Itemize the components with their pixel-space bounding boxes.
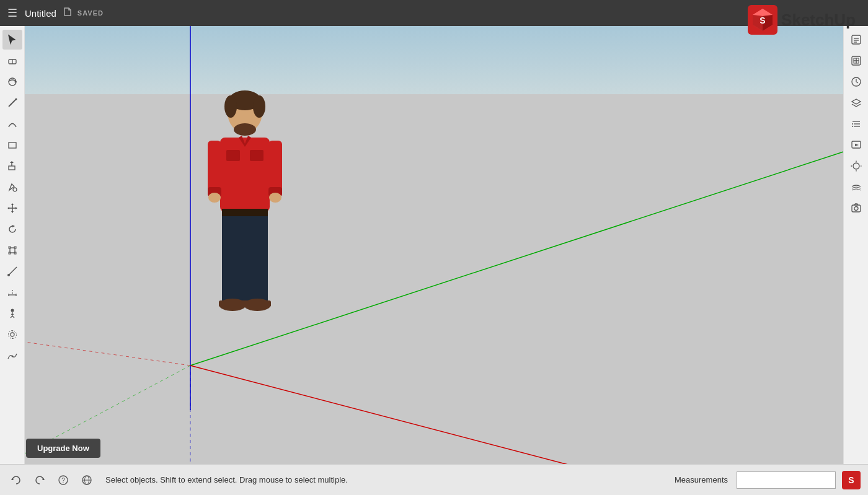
svg-rect-77 — [854, 61, 856, 63]
svg-text:?: ? — [61, 477, 65, 484]
svg-point-57 — [7, 274, 10, 276]
tool-tape[interactable] — [2, 261, 22, 281]
svg-rect-28 — [247, 246, 268, 302]
svg-point-69 — [11, 356, 13, 357]
tool-fog[interactable] — [846, 177, 866, 197]
tool-rectangle[interactable] — [2, 135, 22, 155]
svg-line-59 — [13, 269, 14, 271]
svg-rect-19 — [226, 150, 240, 161]
human-figure — [205, 85, 285, 333]
svg-marker-44 — [10, 161, 14, 163]
tool-styles[interactable] — [846, 72, 866, 92]
svg-rect-22 — [268, 141, 282, 193]
sketchup-status-badge: S — [842, 471, 861, 489]
svg-point-65 — [11, 333, 14, 336]
svg-text:S: S — [760, 15, 765, 25]
tool-arc[interactable] — [2, 114, 22, 134]
svg-point-40 — [15, 99, 17, 100]
tool-move[interactable] — [2, 198, 22, 218]
svg-rect-26 — [222, 209, 268, 216]
svg-point-14 — [224, 95, 237, 118]
svg-point-15 — [253, 95, 265, 118]
document-title: Untitled — [25, 8, 56, 19]
svg-rect-70 — [852, 35, 861, 44]
tool-line[interactable] — [2, 93, 22, 113]
svg-point-38 — [14, 81, 16, 83]
svg-point-34 — [269, 193, 281, 203]
geo-location-button[interactable] — [78, 471, 95, 489]
svg-rect-92 — [852, 205, 861, 212]
svg-rect-41 — [9, 142, 16, 148]
svg-point-64 — [11, 309, 14, 312]
tool-rotate[interactable] — [2, 219, 22, 239]
sketchup-logo: S SketchUp — [748, 5, 856, 35]
tool-orbit[interactable] — [2, 72, 22, 92]
svg-point-84 — [852, 126, 853, 127]
svg-marker-48 — [7, 207, 9, 209]
svg-point-83 — [852, 123, 853, 125]
help-button[interactable]: ? — [55, 471, 72, 489]
svg-point-93 — [854, 207, 858, 211]
svg-marker-86 — [855, 144, 859, 146]
svg-rect-32 — [244, 300, 271, 307]
logo-icon: S — [748, 5, 777, 35]
tool-select[interactable] — [2, 30, 22, 50]
tool-eraser[interactable] — [2, 51, 22, 71]
right-toolbar — [843, 26, 868, 464]
measurements-input[interactable] — [737, 471, 836, 489]
svg-point-45 — [13, 188, 17, 191]
menu-icon[interactable]: ☰ — [7, 6, 17, 20]
tool-shadows[interactable] — [846, 156, 866, 176]
svg-rect-75 — [854, 58, 856, 61]
svg-rect-20 — [250, 150, 264, 161]
svg-marker-46 — [11, 203, 14, 205]
svg-line-9 — [25, 342, 190, 366]
measurements-label: Measurements — [675, 475, 728, 484]
axis-lines — [25, 26, 868, 464]
status-message: Select objects. Shift to extend select. … — [105, 475, 668, 484]
svg-marker-47 — [11, 211, 14, 213]
svg-marker-50 — [12, 225, 15, 227]
tool-walk[interactable] — [2, 304, 22, 323]
tool-layers[interactable] — [846, 93, 866, 113]
undo-button[interactable] — [7, 471, 25, 489]
svg-rect-78 — [856, 61, 859, 63]
svg-rect-27 — [222, 246, 243, 302]
svg-rect-42 — [9, 166, 15, 170]
svg-rect-21 — [208, 141, 221, 193]
file-icon — [63, 7, 73, 19]
saved-status: SAVED — [78, 9, 104, 17]
svg-line-58 — [11, 271, 12, 273]
tool-outliner[interactable] — [846, 114, 866, 134]
svg-line-7 — [190, 144, 868, 366]
tool-paint[interactable] — [2, 177, 22, 197]
tool-components[interactable] — [846, 51, 866, 71]
svg-line-39 — [9, 99, 16, 107]
left-toolbar — [0, 26, 25, 464]
tool-look-around[interactable] — [2, 325, 22, 344]
svg-point-87 — [853, 163, 859, 169]
status-bar: ? Select objects. Shift to extend select… — [0, 464, 868, 495]
upgrade-button[interactable]: Upgrade Now — [26, 439, 100, 458]
logo-text: SketchUp — [781, 11, 856, 30]
svg-marker-49 — [16, 207, 17, 209]
tool-dimension[interactable] — [2, 283, 22, 302]
redo-button[interactable] — [31, 471, 48, 489]
tool-sandbox[interactable] — [2, 346, 22, 366]
svg-rect-30 — [219, 300, 246, 307]
svg-point-16 — [234, 123, 256, 136]
tool-scenes[interactable] — [846, 135, 866, 155]
svg-point-33 — [208, 193, 221, 203]
tool-push-pull[interactable] — [2, 156, 22, 176]
viewport[interactable] — [25, 26, 868, 464]
svg-rect-76 — [856, 58, 859, 61]
svg-point-66 — [8, 331, 16, 339]
top-bar: ☰ Untitled SAVED — [0, 0, 868, 26]
svg-rect-17 — [220, 138, 270, 212]
tool-match-photo[interactable] — [846, 198, 866, 218]
tool-scale[interactable] — [2, 240, 22, 260]
svg-line-8 — [190, 366, 620, 464]
